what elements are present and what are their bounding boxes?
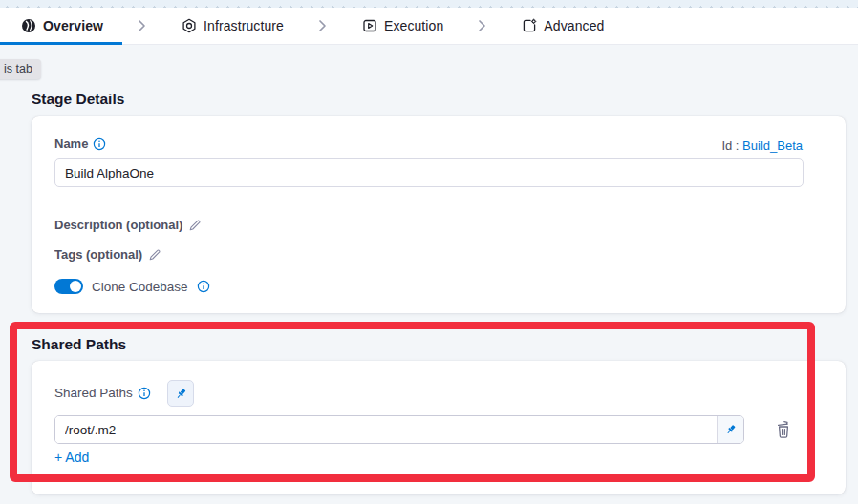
- overview-icon: [21, 18, 36, 33]
- tab-execution-label: Execution: [384, 18, 443, 33]
- shared-path-input[interactable]: [55, 416, 717, 443]
- shared-paths-heading: Shared Paths: [32, 336, 126, 353]
- info-icon[interactable]: [138, 387, 151, 400]
- chevron-right-icon: [137, 19, 148, 32]
- shared-paths-card: Shared Paths: [32, 361, 846, 494]
- infrastructure-icon: [182, 18, 197, 33]
- pipeline-canvas-strip: [0, 0, 858, 8]
- stage-id: Id : Build_Beta: [721, 138, 803, 153]
- tags-label: Tags (optional): [54, 247, 142, 262]
- tab-overview-label: Overview: [43, 18, 103, 33]
- advanced-icon: [522, 18, 537, 33]
- tab-advanced[interactable]: Advanced: [522, 18, 604, 33]
- info-icon[interactable]: [197, 280, 210, 293]
- delete-path-button[interactable]: [773, 418, 794, 441]
- shared-path-field: [54, 415, 744, 444]
- chevron-right-icon: [477, 19, 488, 32]
- stage-details-card: Name Id : Build_Beta Description (option…: [32, 116, 846, 313]
- tab-overview[interactable]: Overview: [21, 18, 103, 33]
- stage-details-heading: Stage Details: [32, 91, 124, 108]
- tab-infrastructure-label: Infrastructure: [204, 18, 284, 33]
- execution-icon: [362, 18, 377, 33]
- stage-name-input[interactable]: [54, 158, 804, 187]
- info-icon[interactable]: [93, 137, 106, 151]
- stage-id-link[interactable]: Build_Beta: [742, 138, 803, 153]
- edit-description-icon[interactable]: [188, 219, 202, 232]
- id-prefix-label: Id :: [721, 138, 739, 153]
- pin-icon[interactable]: [717, 416, 743, 443]
- active-tab-underline: [0, 42, 122, 45]
- tab-execution[interactable]: Execution: [362, 18, 443, 33]
- add-path-link[interactable]: + Add: [54, 450, 89, 465]
- clone-codebase-label: Clone Codebase: [92, 280, 188, 294]
- clone-codebase-toggle[interactable]: [54, 279, 83, 294]
- shared-paths-label: Shared Paths: [54, 386, 151, 400]
- description-label: Description (optional): [54, 218, 182, 232]
- stage-tabbar: Overview Infrastructure Ex: [0, 8, 858, 45]
- chevron-right-icon: [317, 19, 329, 32]
- tab-infrastructure[interactable]: Infrastructure: [182, 18, 284, 33]
- stage-settings-screen: Overview Infrastructure Ex: [0, 0, 858, 504]
- name-label: Name: [54, 136, 106, 151]
- edit-tags-icon[interactable]: [148, 248, 161, 262]
- pin-input-type-button[interactable]: [167, 380, 194, 407]
- tooltip-chip: is tab: [0, 59, 41, 79]
- tab-advanced-label: Advanced: [544, 18, 604, 33]
